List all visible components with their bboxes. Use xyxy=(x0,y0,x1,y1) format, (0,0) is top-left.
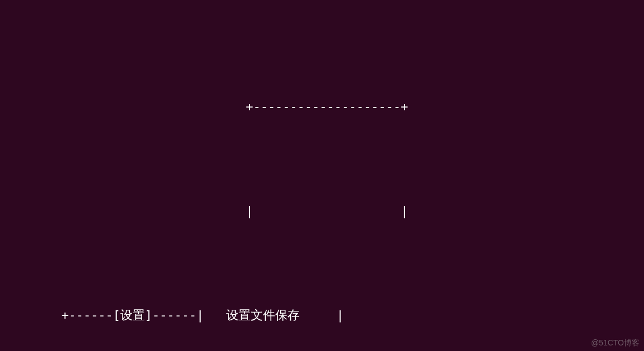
blank-left xyxy=(61,201,246,221)
popup-side: | | xyxy=(246,201,408,221)
popup-top-border: +--------------------+ xyxy=(246,97,408,116)
menu-title: 设置 xyxy=(120,305,145,325)
terminal-screen: +--------------------+ | | +------[ 设置 ]… xyxy=(0,0,644,351)
popup-content: 设置文件保存 xyxy=(226,305,300,325)
menu-title-left: +------[ xyxy=(61,305,120,325)
menu-title-right: ]------ xyxy=(145,305,197,325)
row-title-and-popup: +------[ 设置 ]------ | 设置文件保存 | xyxy=(61,302,644,328)
row-popup-top: +--------------------+ xyxy=(61,94,644,120)
popup-content-l: | xyxy=(197,305,226,325)
watermark: @51CTO博客 xyxy=(591,337,640,349)
row-popup-side1: | | xyxy=(61,198,644,224)
blank-left xyxy=(61,97,246,116)
popup-content-r: | xyxy=(300,305,344,325)
